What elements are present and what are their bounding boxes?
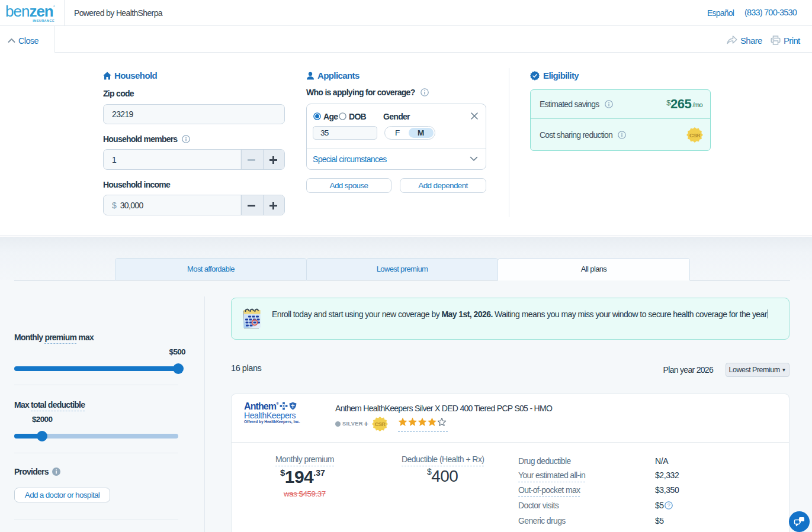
svg-text:CSR: CSR <box>375 421 386 427</box>
svg-text:?: ? <box>667 502 670 508</box>
svg-text:CSR: CSR <box>689 132 701 138</box>
